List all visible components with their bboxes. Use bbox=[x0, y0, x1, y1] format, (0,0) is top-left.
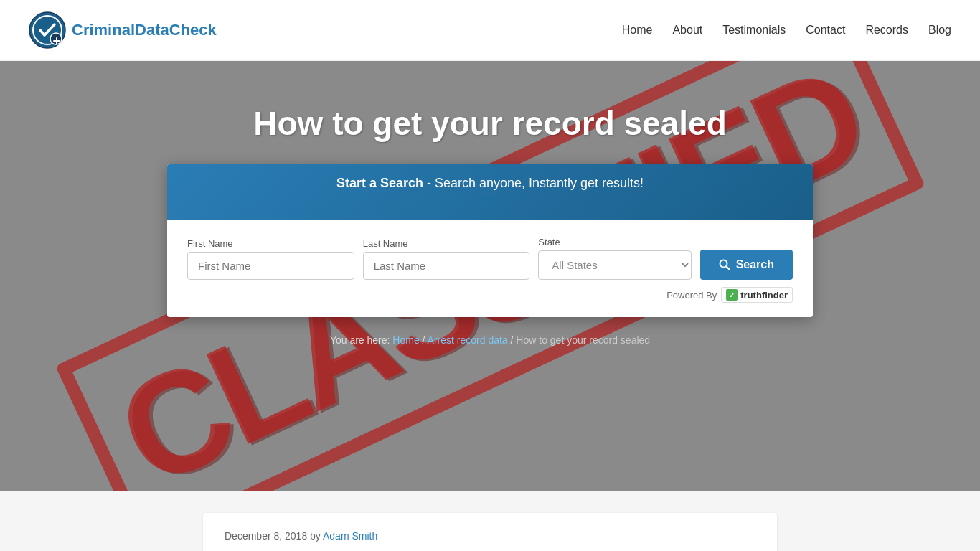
article-date: December 8, 2018 bbox=[225, 530, 307, 542]
first-name-label: First Name bbox=[187, 238, 354, 249]
article-meta: December 8, 2018 by Adam Smith bbox=[225, 530, 755, 542]
breadcrumb-sep2: / bbox=[508, 334, 517, 346]
page-title: How to get your record sealed bbox=[253, 104, 726, 143]
search-fields: First Name Last Name State All StatesAla… bbox=[187, 237, 793, 280]
truthfinder-icon: ✓ bbox=[726, 289, 738, 301]
first-name-input[interactable] bbox=[187, 252, 354, 280]
logo[interactable]: CriminalDataCheck bbox=[29, 11, 217, 49]
nav-testimonials[interactable]: Testimonials bbox=[722, 24, 786, 37]
logo-icon bbox=[29, 11, 66, 49]
last-name-label: Last Name bbox=[363, 238, 530, 249]
state-select[interactable]: All StatesAlabamaAlaskaArizonaArkansasCa… bbox=[538, 250, 691, 280]
nav-blog[interactable]: Blog bbox=[928, 24, 951, 37]
state-group: State All StatesAlabamaAlaskaArizonaArka… bbox=[538, 237, 691, 280]
nav-contact[interactable]: Contact bbox=[806, 24, 845, 37]
hero-section: CLASSIFIED How to get your record sealed… bbox=[0, 61, 980, 491]
search-box-body: First Name Last Name State All StatesAla… bbox=[167, 220, 813, 317]
main-nav: Home About Testimonials Contact Records … bbox=[622, 24, 951, 37]
last-name-group: Last Name bbox=[363, 238, 530, 280]
breadcrumb-sep1: / bbox=[420, 334, 428, 346]
nav-about[interactable]: About bbox=[672, 24, 702, 37]
logo-text: CriminalDataCheck bbox=[72, 21, 217, 39]
powered-by: Powered By ✓ truthfinder bbox=[187, 287, 793, 303]
last-name-input[interactable] bbox=[363, 252, 530, 280]
search-box-header: Start a Search - Search anyone, Instantl… bbox=[167, 164, 813, 220]
article-card: December 8, 2018 by Adam Smith bbox=[203, 513, 777, 551]
svg-line-6 bbox=[726, 267, 729, 270]
search-box: Start a Search - Search anyone, Instantl… bbox=[167, 164, 813, 317]
truthfinder-label: truthfinder bbox=[740, 290, 788, 301]
article-area: December 8, 2018 by Adam Smith bbox=[0, 491, 980, 551]
site-header: CriminalDataCheck Home About Testimonial… bbox=[0, 0, 980, 61]
breadcrumb: You are here: Home / Arrest record data … bbox=[330, 334, 650, 346]
search-box-bold-text: Start a Search bbox=[336, 176, 423, 190]
nav-home[interactable]: Home bbox=[622, 24, 653, 37]
state-label: State bbox=[538, 237, 691, 248]
truthfinder-badge: ✓ truthfinder bbox=[721, 287, 793, 303]
breadcrumb-prefix: You are here: bbox=[330, 334, 392, 346]
nav-records[interactable]: Records bbox=[865, 24, 908, 37]
breadcrumb-section[interactable]: Arrest record data bbox=[428, 334, 508, 346]
article-author-link[interactable]: Adam Smith bbox=[323, 530, 377, 542]
search-icon bbox=[719, 259, 730, 270]
breadcrumb-current: How to get your record sealed bbox=[516, 334, 650, 346]
first-name-group: First Name bbox=[187, 238, 354, 280]
breadcrumb-home[interactable]: Home bbox=[392, 334, 419, 346]
search-box-subtitle: - Search anyone, Instantly get results! bbox=[423, 176, 644, 190]
search-button[interactable]: Search bbox=[700, 250, 793, 280]
powered-by-label: Powered By bbox=[666, 290, 717, 301]
